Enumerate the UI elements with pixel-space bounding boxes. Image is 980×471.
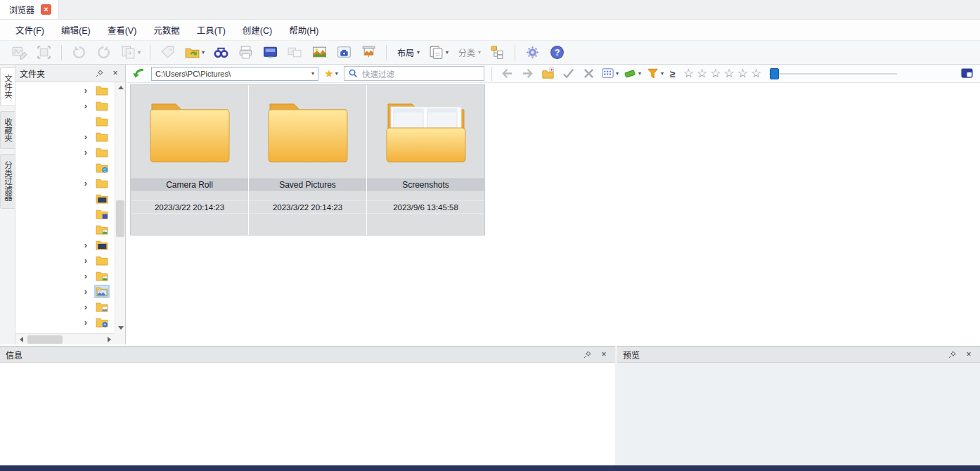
close-panel-button[interactable]: ×	[110, 67, 121, 79]
history-forward-button[interactable]	[520, 66, 535, 82]
sidebar-tab-2[interactable]: 分类过滤器	[0, 154, 15, 209]
favorites-button[interactable]: ★ ▾	[323, 66, 339, 82]
capture-button[interactable]	[333, 43, 355, 63]
slider-track[interactable]	[769, 73, 897, 75]
tree-item[interactable]: ›	[15, 82, 115, 98]
tree-item[interactable]	[15, 206, 115, 221]
sort-button[interactable]: 分类▾	[454, 43, 484, 63]
rating-star[interactable]: ☆	[737, 67, 748, 79]
tree-item[interactable]: ›	[15, 98, 115, 113]
tree-horizontal-scrollbar[interactable]	[15, 333, 115, 344]
convert-button[interactable]: ▾	[117, 43, 143, 63]
scrollbar-thumb[interactable]	[27, 335, 63, 344]
rating-star[interactable]: ☆	[683, 67, 694, 79]
tree-chevron-icon[interactable]: ›	[82, 86, 89, 95]
tree-item[interactable]: ›	[15, 252, 115, 268]
fullscreen-button[interactable]	[259, 43, 281, 63]
dropdown-caret-icon[interactable]: ▾	[638, 71, 641, 77]
tree-item[interactable]: ›	[15, 237, 115, 252]
folder-tile[interactable]: Camera Roll2023/3/22 20:14:23	[131, 85, 248, 235]
tree-item[interactable]	[15, 191, 115, 206]
rating-star[interactable]: ☆	[723, 67, 734, 79]
menu-item-2[interactable]: 查看(V)	[99, 20, 146, 39]
rating-star[interactable]: ☆	[697, 67, 707, 79]
panel-toggle-button[interactable]	[959, 66, 974, 82]
tab-close-icon[interactable]: ×	[41, 4, 51, 15]
tree-chevron-icon[interactable]: ›	[82, 101, 89, 110]
tree-item[interactable]	[15, 221, 115, 237]
image-edit-button[interactable]	[309, 43, 330, 63]
address-combobox[interactable]: C:\Users\PC\Pictures\ ▾	[151, 67, 318, 81]
tree-chevron-icon[interactable]: ›	[82, 302, 89, 311]
tree-chevron-icon[interactable]: ›	[82, 132, 89, 141]
tree-item[interactable]: ›	[15, 129, 115, 144]
tree-item[interactable]	[15, 160, 115, 175]
tag-button[interactable]	[157, 43, 179, 63]
menu-item-6[interactable]: 帮助(H)	[281, 20, 327, 39]
rating-operator[interactable]: ≥	[669, 68, 677, 79]
print-button[interactable]	[235, 43, 257, 63]
pin-panel-button[interactable]	[94, 67, 105, 79]
dropdown-caret-icon[interactable]: ▾	[335, 71, 338, 77]
rotate-left-button[interactable]	[68, 43, 90, 63]
compare-button[interactable]	[284, 43, 306, 63]
go-back-button[interactable]	[131, 66, 146, 82]
menu-item-4[interactable]: 工具(T)	[188, 20, 234, 39]
sidebar-tab-0[interactable]: 文件夹	[0, 67, 15, 106]
browser-tab[interactable]: 浏览器 ×	[0, 0, 59, 19]
scroll-down-arrow[interactable]	[115, 323, 126, 333]
layout-button[interactable]: 布局▾	[393, 43, 423, 63]
quick-filter-input[interactable]: 快速过滤	[344, 66, 484, 81]
folder-up-button[interactable]	[540, 66, 555, 82]
dropdown-caret-icon[interactable]: ▾	[311, 71, 314, 77]
tree-chevron-icon[interactable]: ›	[82, 148, 89, 157]
folder-tree-button[interactable]	[486, 43, 508, 63]
tree-chevron-icon[interactable]: ›	[82, 318, 89, 327]
dropdown-caret-icon[interactable]: ▾	[616, 71, 619, 77]
pin-panel-button[interactable]	[946, 349, 958, 360]
menu-item-5[interactable]: 创建(C)	[234, 20, 281, 39]
rotate-right-button[interactable]	[93, 43, 115, 63]
crop-button[interactable]	[33, 43, 55, 63]
slider-handle[interactable]	[770, 68, 779, 79]
browser-content-area[interactable]: Camera Roll2023/3/22 20:14:23Saved Pictu…	[127, 83, 980, 346]
tree-chevron-icon[interactable]: ›	[82, 271, 89, 280]
rating-star[interactable]: ☆	[751, 67, 761, 79]
history-back-button[interactable]	[499, 66, 515, 82]
sidebar-tab-1[interactable]: 收藏夹	[0, 111, 15, 150]
tree-item[interactable]: ›	[15, 283, 115, 299]
tree-item[interactable]: ›	[15, 175, 115, 191]
thumbnail-size-slider[interactable]	[769, 67, 897, 81]
deselect-button[interactable]	[581, 66, 596, 82]
tree-vertical-scrollbar[interactable]	[115, 82, 125, 333]
tree-chevron-icon[interactable]: ›	[82, 179, 89, 188]
dropdown-caret-icon[interactable]: ▾	[661, 71, 664, 77]
close-panel-button[interactable]: ×	[598, 349, 610, 360]
search-button[interactable]	[210, 43, 232, 63]
thumbnail-view-button[interactable]: ▾	[425, 43, 451, 63]
menu-item-3[interactable]: 元数据	[145, 20, 188, 39]
rating-star[interactable]: ☆	[710, 67, 721, 79]
close-panel-button[interactable]: ×	[963, 349, 974, 360]
tree-item[interactable]: ›	[15, 268, 115, 283]
slideshow-button[interactable]	[358, 43, 380, 63]
filter-button[interactable]: ▾	[646, 66, 664, 82]
tree-item[interactable]: ›	[15, 299, 115, 314]
help-button[interactable]: ?	[546, 43, 568, 63]
pin-panel-button[interactable]	[581, 349, 593, 360]
tree-chevron-icon[interactable]: ›	[82, 240, 89, 250]
tree-item[interactable]	[15, 113, 115, 129]
folder-tile[interactable]: Screenshots2023/9/6 13:45:58	[367, 85, 484, 235]
tree-item[interactable]: ›	[15, 144, 115, 160]
folder-tile[interactable]: Saved Pictures2023/3/22 20:14:23	[249, 85, 366, 235]
view-mode-button[interactable]: ▾	[601, 66, 619, 82]
scroll-right-arrow[interactable]	[104, 334, 114, 345]
menu-item-1[interactable]: 编辑(E)	[53, 20, 99, 39]
menu-item-0[interactable]: 文件(F)	[7, 20, 53, 39]
tree-item[interactable]: ›	[15, 314, 115, 330]
scroll-up-arrow[interactable]	[115, 83, 126, 92]
scrollbar-thumb[interactable]	[116, 200, 124, 237]
tree-chevron-icon[interactable]: ›	[82, 287, 89, 296]
scroll-left-arrow[interactable]	[16, 334, 26, 345]
label-filter-button[interactable]: ▾	[624, 66, 641, 82]
